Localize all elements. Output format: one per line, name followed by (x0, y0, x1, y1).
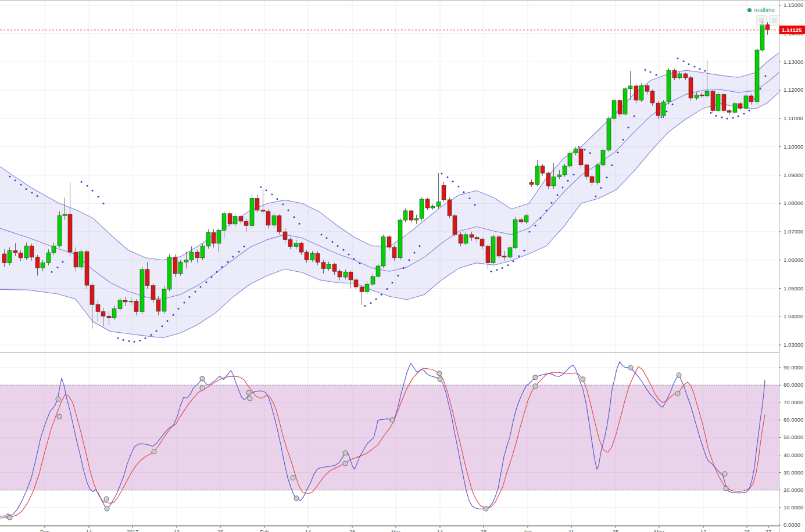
candle-down[interactable] (738, 104, 742, 109)
candle-down[interactable] (546, 173, 550, 186)
candle-up[interactable] (24, 246, 28, 257)
candle-up[interactable] (431, 206, 435, 208)
candle-up[interactable] (716, 95, 720, 111)
candle-up[interactable] (272, 215, 276, 225)
stoch-signal-dot[interactable] (246, 390, 251, 395)
candle-down[interactable] (645, 85, 649, 91)
candle-up[interactable] (58, 215, 62, 246)
chart-canvas[interactable]: 1.150001.140001.130001.120001.110001.100… (0, 1, 805, 532)
candle-down[interactable] (634, 86, 638, 100)
stoch-signal-dot[interactable] (722, 472, 727, 476)
candle-down[interactable] (650, 91, 654, 103)
candle-down[interactable] (74, 252, 78, 267)
candle-up[interactable] (250, 198, 254, 225)
stoch-signal-dot[interactable] (438, 377, 442, 382)
stoch-signal-dot[interactable] (56, 397, 60, 401)
candle-down[interactable] (618, 100, 622, 114)
stoch-signal-dot[interactable] (200, 386, 205, 390)
candle-up[interactable] (344, 272, 348, 277)
candle-down[interactable] (151, 286, 155, 300)
stoch-signal-dot[interactable] (724, 486, 728, 491)
candle-down[interactable] (711, 91, 715, 110)
candle-down[interactable] (442, 185, 446, 200)
candle-up[interactable] (705, 91, 709, 96)
stoch-signal-dot[interactable] (437, 371, 442, 376)
candle-down[interactable] (459, 235, 463, 243)
candle-up[interactable] (46, 253, 51, 263)
candle-down[interactable] (239, 217, 243, 221)
candle-down[interactable] (305, 252, 309, 260)
candle-down[interactable] (684, 74, 688, 78)
candle-up[interactable] (639, 85, 643, 100)
candle-down[interactable] (749, 96, 753, 102)
candle-down[interactable] (107, 316, 111, 318)
candle-down[interactable] (30, 246, 34, 257)
candle-down[interactable] (579, 149, 583, 165)
stoch-signal-dot[interactable] (343, 461, 348, 466)
candle-down[interactable] (173, 257, 177, 274)
candle-up[interactable] (8, 251, 12, 263)
candle-up[interactable] (755, 50, 759, 102)
candle-up[interactable] (568, 153, 572, 166)
chart-settings-icon[interactable]: ▤ (769, 15, 779, 26)
candle-down[interactable] (470, 235, 474, 238)
candle-down[interactable] (590, 177, 594, 182)
stoch-signal-dot[interactable] (484, 506, 488, 511)
candle-down[interactable] (349, 272, 353, 280)
candle-up[interactable] (189, 252, 194, 260)
candle-down[interactable] (700, 95, 704, 96)
candle-down[interactable] (261, 210, 265, 211)
candle-down[interactable] (332, 264, 337, 271)
candle-down[interactable] (656, 103, 660, 116)
candle-down[interactable] (453, 215, 457, 235)
candle-down[interactable] (354, 280, 358, 287)
candle-up[interactable] (403, 211, 407, 220)
price-panel[interactable] (0, 21, 779, 343)
candle-up[interactable] (52, 246, 56, 253)
stoch-signal-dot[interactable] (8, 515, 12, 520)
candle-up[interactable] (420, 199, 424, 218)
candle-down[interactable] (321, 263, 325, 269)
candle-up[interactable] (63, 214, 67, 215)
stoch-signal-dot[interactable] (104, 497, 109, 501)
candle-up[interactable] (112, 309, 116, 318)
candle-down[interactable] (101, 311, 105, 316)
candle-up[interactable] (398, 220, 402, 258)
stoch-signal-dot[interactable] (294, 496, 299, 501)
candle-down[interactable] (212, 232, 216, 243)
candle-up[interactable] (233, 217, 237, 224)
candle-up[interactable] (206, 232, 210, 246)
candle-down[interactable] (90, 285, 94, 304)
stoch-signal-dot[interactable] (628, 365, 633, 370)
candle-up[interactable] (596, 165, 600, 182)
candle-down[interactable] (387, 237, 391, 247)
candle-down[interactable] (156, 300, 160, 311)
candle-down[interactable] (338, 271, 342, 277)
candle-up[interactable] (667, 70, 671, 102)
candle-down[interactable] (585, 165, 589, 177)
candle-down[interactable] (68, 214, 72, 252)
candle-down[interactable] (96, 304, 100, 311)
stoch-signal-dot[interactable] (291, 476, 295, 480)
candle-up[interactable] (563, 166, 567, 175)
stoch-signal-dot[interactable] (200, 376, 205, 381)
stoch-signal-dot[interactable] (677, 373, 681, 378)
candle-down[interactable] (425, 199, 430, 208)
stoch-signal-dot[interactable] (343, 451, 348, 455)
candle-up[interactable] (535, 166, 539, 185)
candle-down[interactable] (244, 221, 248, 225)
candle-down[interactable] (409, 211, 413, 220)
candle-up[interactable] (222, 214, 226, 231)
candle-down[interactable] (672, 70, 677, 78)
candle-down[interactable] (134, 301, 138, 311)
candle-up[interactable] (376, 266, 380, 276)
candle-down[interactable] (195, 252, 199, 258)
candle-down[interactable] (722, 95, 726, 111)
candle-up[interactable] (508, 247, 512, 257)
candle-up[interactable] (524, 215, 528, 222)
candle-up[interactable] (437, 202, 441, 206)
stochastic-panel[interactable] (0, 362, 779, 520)
candle-up[interactable] (118, 300, 122, 309)
candle-down[interactable] (529, 182, 534, 185)
stoch-signal-dot[interactable] (152, 450, 156, 454)
